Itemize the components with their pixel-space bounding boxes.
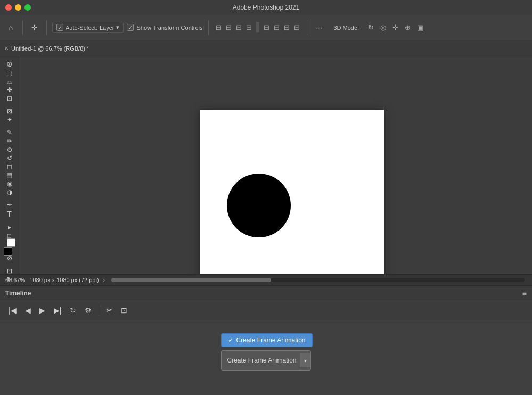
brush-tool[interactable]: ✏ (3, 137, 16, 145)
align-right-icon[interactable]: ⊟ (234, 22, 243, 33)
more-options-button[interactable]: ··· (313, 22, 326, 33)
layer-dropdown[interactable]: Layer (100, 24, 114, 31)
auto-select-checkbox[interactable] (56, 24, 63, 31)
timeline-menu-icon[interactable]: ≡ (522, 289, 527, 298)
create-frame-animation-dropdown[interactable]: ✓ Create Frame Animation (221, 333, 312, 347)
horizontal-scrollbar[interactable] (111, 278, 525, 282)
timeline-prev-frame-button[interactable]: ◀ (22, 304, 34, 317)
mask-mode-icon[interactable]: ⊘ (3, 254, 16, 262)
tab-close-icon[interactable]: ✕ (4, 45, 9, 51)
align-center-h-icon[interactable]: ⊟ (224, 22, 233, 33)
canvas-area (19, 56, 532, 274)
zoom-level: 66.67% (5, 277, 25, 283)
auto-select-label: Auto-Select: (66, 24, 97, 31)
close-button[interactable] (5, 4, 12, 11)
align-top-icon[interactable]: ⊟ (244, 22, 253, 33)
toolbar-separator-4 (307, 20, 307, 35)
timeline-content: ✓ Create Frame Animation Create Frame An… (0, 320, 532, 395)
maximize-button[interactable] (24, 4, 31, 11)
create-frame-arrow-icon[interactable]: ▾ (300, 353, 310, 367)
blur-tool[interactable]: ◉ (3, 180, 16, 187)
lasso-tool[interactable]: ⌓ (3, 78, 16, 85)
show-transform-checkbox[interactable] (127, 24, 134, 31)
timeline-title: Timeline (5, 290, 31, 297)
history-brush[interactable]: ↺ (3, 154, 16, 162)
crop-tool[interactable]: ⊡ (3, 95, 16, 102)
toolbar-separator-1 (22, 20, 23, 35)
move-tool[interactable]: ⊕ (3, 60, 16, 68)
dropdown-option-label: Create Frame Animation (236, 336, 305, 344)
spot-heal-tool[interactable]: ✎ (3, 129, 16, 136)
move-tool-icon[interactable]: ✛ (28, 21, 41, 34)
layer-dropdown-arrow[interactable]: ▾ (116, 24, 119, 31)
three-d-mode-label: 3D Mode: (329, 23, 363, 32)
align-top-sep (256, 22, 259, 32)
type-tool[interactable]: T (3, 210, 16, 218)
timeline-controls-separator (99, 305, 99, 316)
gradient-tool[interactable]: ▤ (3, 171, 16, 179)
3d-slide-icon[interactable]: ⊕ (403, 22, 412, 33)
frame-tool[interactable]: ⊠ (3, 108, 16, 115)
show-transform-controls[interactable]: Show Transform Controls (127, 24, 202, 31)
document-dimensions: 1080 px x 1080 px (72 ppi) (29, 277, 99, 283)
quick-select-tool[interactable]: ✤ (3, 86, 16, 94)
timeline-header: Timeline ≡ (0, 286, 532, 300)
create-frame-button-label: Create Frame Animation (227, 357, 296, 364)
eraser-tool[interactable]: ◻ (3, 163, 16, 170)
timeline-play-button[interactable]: ▶ (36, 304, 48, 317)
timeline-loop-button[interactable]: ↻ (67, 304, 79, 317)
eyedropper-tool[interactable]: ✦ (3, 116, 16, 124)
timeline-first-frame-button[interactable]: |◀ (5, 304, 20, 317)
foreground-color[interactable] (4, 247, 12, 256)
pen-tool[interactable]: ✒ (3, 201, 16, 209)
traffic-lights (5, 4, 31, 11)
timeline-settings-button[interactable]: ⚙ (81, 304, 95, 317)
left-toolbar: ⊕ ⬚ ⌓ ✤ ⊡ ⊠ ✦ ✎ ✏ ⊙ ↺ ◻ ▤ ◉ ◑ ✒ T ▸ □ ⊘ … (0, 56, 19, 274)
home-icon[interactable]: ⌂ (4, 21, 17, 34)
show-transform-label: Show Transform Controls (136, 24, 202, 31)
align-left-icon[interactable]: ⊟ (214, 22, 223, 33)
align-icons-group: ⊟ ⊟ ⊟ ⊟ ⊟ ⊟ ⊟ ⊟ (214, 22, 301, 33)
auto-select-toggle[interactable]: Auto-Select: Layer ▾ (52, 22, 124, 33)
main-area: ⊕ ⬚ ⌓ ✤ ⊡ ⊠ ✦ ✎ ✏ ⊙ ↺ ◻ ▤ ◉ ◑ ✒ T ▸ □ ⊘ … (0, 56, 532, 274)
minimize-button[interactable] (15, 4, 21, 11)
create-frame-animation-button[interactable]: Create Frame Animation ▾ (221, 350, 310, 371)
timeline-controls: |◀ ◀ ▶ ▶| ↻ ⚙ ✂ ⊡ (0, 300, 532, 320)
timeline-convert-button[interactable]: ⊡ (118, 304, 130, 317)
marquee-tool[interactable]: ⬚ (3, 69, 16, 77)
main-toolbar: ⌂ ✛ Auto-Select: Layer ▾ Show Transform … (0, 15, 532, 40)
screen-mode-icon[interactable]: ⊡ (3, 267, 16, 275)
status-bar: 66.67% 1080 px x 1080 px (72 ppi) › (0, 274, 532, 286)
path-select-tool[interactable]: ▸ (3, 224, 16, 231)
3d-orbit-icon[interactable]: ◎ (379, 22, 388, 33)
timeline-next-frame-button[interactable]: ▶| (51, 304, 65, 317)
dropdown-checkmark: ✓ (228, 336, 233, 344)
create-frame-animation-container: ✓ Create Frame Animation Create Frame An… (221, 350, 310, 371)
toolbar-separator-2 (46, 20, 47, 35)
timeline-trim-button[interactable]: ✂ (103, 304, 116, 317)
3d-camera-icon[interactable]: ▣ (415, 22, 425, 33)
tab-bar: ✕ Untitled-1 @ 66.7% (RGB/8) * (0, 40, 532, 56)
tab-title[interactable]: Untitled-1 @ 66.7% (RGB/8) * (11, 45, 89, 52)
timeline-panel: Timeline ≡ |◀ ◀ ▶ ▶| ↻ ⚙ ✂ ⊡ ✓ Create Fr… (0, 286, 532, 395)
3d-rotate-icon[interactable]: ↻ (366, 22, 375, 33)
dodge-tool[interactable]: ◑ (3, 188, 16, 196)
toolbar-separator-3 (208, 20, 209, 35)
status-arrow-icon[interactable]: › (103, 277, 105, 283)
distribute-center-icon[interactable]: ⊟ (272, 22, 281, 33)
scrollbar-thumb[interactable] (111, 278, 271, 282)
distribute-right-icon[interactable]: ⊟ (282, 22, 291, 33)
title-bar: Adobe Photoshop 2021 (0, 0, 532, 15)
distribute-left-icon[interactable]: ⊟ (262, 22, 271, 33)
app-title: Adobe Photoshop 2021 (233, 4, 299, 11)
stamp-tool[interactable]: ⊙ (3, 146, 16, 153)
background-color[interactable] (7, 238, 15, 247)
3d-pan-icon[interactable]: ✛ (391, 22, 400, 33)
distribute-top-icon[interactable]: ⊟ (292, 22, 301, 33)
canvas-document (200, 110, 384, 274)
black-circle-shape (227, 174, 291, 237)
